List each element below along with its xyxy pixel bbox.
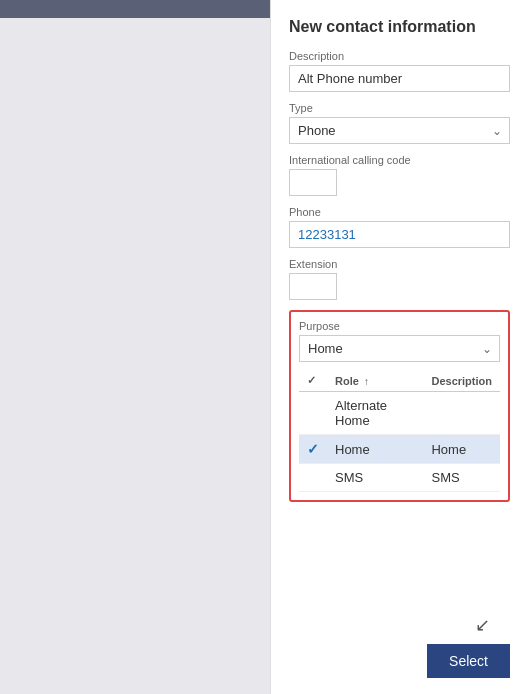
table-header-check: ✓ bbox=[299, 370, 327, 392]
table-header-description: Description bbox=[423, 370, 500, 392]
description-input[interactable] bbox=[289, 65, 510, 92]
select-button[interactable]: Select bbox=[427, 644, 510, 678]
row-check bbox=[299, 392, 327, 435]
table-row[interactable]: SMS SMS bbox=[299, 464, 500, 492]
bottom-area: ↙ Select bbox=[289, 510, 510, 678]
description-group: Description bbox=[289, 50, 510, 92]
row-check bbox=[299, 464, 327, 492]
extension-group: Extension bbox=[289, 258, 510, 300]
sort-icon: ↑ bbox=[364, 376, 369, 387]
intl-code-group: International calling code bbox=[289, 154, 510, 196]
row-role: Home bbox=[327, 435, 423, 464]
row-description: SMS bbox=[423, 464, 500, 492]
description-label: Description bbox=[289, 50, 510, 62]
row-description: Home bbox=[423, 435, 500, 464]
checkmark-icon: ✓ bbox=[307, 441, 319, 457]
row-role: SMS bbox=[327, 464, 423, 492]
extension-input[interactable] bbox=[289, 273, 337, 300]
left-panel bbox=[0, 0, 270, 694]
extension-label: Extension bbox=[289, 258, 510, 270]
purpose-select[interactable]: Home Business Mobile Other bbox=[299, 335, 500, 362]
type-group: Type Phone Email URL ⌄ bbox=[289, 102, 510, 144]
type-label: Type bbox=[289, 102, 510, 114]
phone-input[interactable] bbox=[289, 221, 510, 248]
cursor-indicator: ↙ bbox=[475, 614, 490, 636]
right-panel: New contact information Description Type… bbox=[270, 0, 528, 694]
purpose-group: Purpose Home Business Mobile Other ⌄ bbox=[299, 320, 500, 362]
type-select-wrapper: Phone Email URL ⌄ bbox=[289, 117, 510, 144]
type-select[interactable]: Phone Email URL bbox=[289, 117, 510, 144]
page-title: New contact information bbox=[289, 18, 510, 36]
left-panel-top-bar bbox=[0, 0, 270, 18]
table-row[interactable]: Alternate Home bbox=[299, 392, 500, 435]
purpose-select-wrapper: Home Business Mobile Other ⌄ bbox=[299, 335, 500, 362]
role-table: ✓ Role ↑ Description Alternate Home ✓ bbox=[299, 370, 500, 492]
purpose-section: Purpose Home Business Mobile Other ⌄ ✓ R… bbox=[289, 310, 510, 502]
phone-group: Phone bbox=[289, 206, 510, 248]
row-role: Alternate Home bbox=[327, 392, 423, 435]
phone-label: Phone bbox=[289, 206, 510, 218]
intl-code-label: International calling code bbox=[289, 154, 510, 166]
table-header-role[interactable]: Role ↑ bbox=[327, 370, 423, 392]
row-check: ✓ bbox=[299, 435, 327, 464]
table-row[interactable]: ✓ Home Home bbox=[299, 435, 500, 464]
purpose-label: Purpose bbox=[299, 320, 500, 332]
row-description bbox=[423, 392, 500, 435]
intl-code-input[interactable] bbox=[289, 169, 337, 196]
